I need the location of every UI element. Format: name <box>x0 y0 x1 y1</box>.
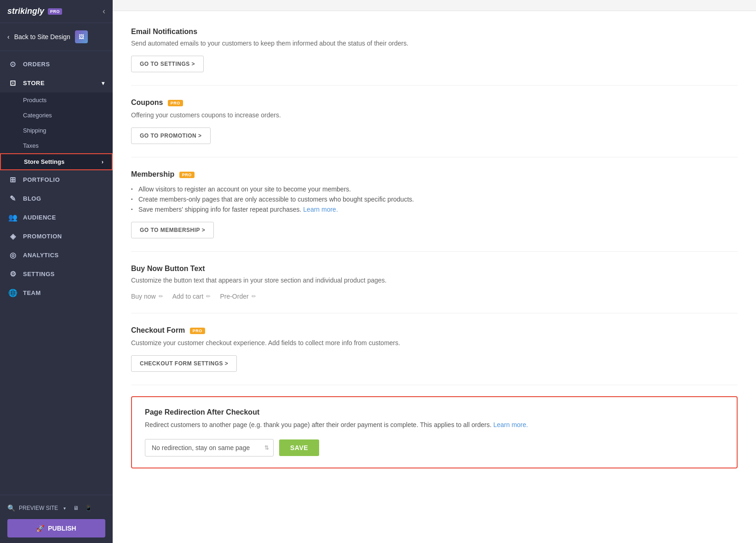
coupons-pro-badge: PRO <box>168 100 183 106</box>
coupons-section: Coupons PRO Offering your customers coup… <box>131 86 738 157</box>
redirection-controls: No redirection, stay on same page Redire… <box>145 439 724 456</box>
buy-now-label-1: Buy now <box>131 293 156 300</box>
rocket-icon: 🚀 <box>36 525 44 532</box>
brand-name: strikingly <box>7 6 44 16</box>
sidebar-item-products[interactable]: Products <box>0 92 113 108</box>
sidebar-logo: strikingly PRO <box>7 6 62 16</box>
top-overflow-area <box>113 0 756 11</box>
publish-label: PUBLISH <box>48 525 76 532</box>
portfolio-icon: ⊞ <box>8 175 17 184</box>
buy-now-option-3[interactable]: Pre-Order ✏ <box>220 293 256 300</box>
go-to-promotion-button[interactable]: GO TO PROMOTION > <box>131 127 211 144</box>
buy-now-label-3: Pre-Order <box>220 293 248 300</box>
sidebar-item-label-orders: ORDERS <box>23 61 50 68</box>
store-icon: ⊡ <box>8 79 17 87</box>
coupons-desc: Offering your customers coupons to incre… <box>131 110 738 120</box>
chevron-right-icon: › <box>102 158 103 165</box>
chevron-down-icon: ▾ <box>102 80 105 87</box>
sidebar-item-label-team: TEAM <box>23 289 41 296</box>
bullet-item-1: Allow visitors to register an account on… <box>131 184 738 194</box>
store-settings-label: Store Settings <box>24 158 64 165</box>
membership-pro-badge: PRO <box>179 172 195 178</box>
sidebar-nav: ⊙ ORDERS ⊡ STORE ▾ Products Categories S… <box>0 51 113 495</box>
sidebar-item-label-store: STORE <box>23 80 45 87</box>
publish-button[interactable]: 🚀 PUBLISH <box>7 519 105 537</box>
sidebar-item-store-settings[interactable]: Store Settings › <box>0 153 113 170</box>
sidebar-item-settings[interactable]: ⚙ SETTINGS <box>0 265 113 283</box>
redirection-select-wrapper: No redirection, stay on same page Redire… <box>145 439 274 456</box>
membership-section: Membership PRO Allow visitors to registe… <box>131 157 738 252</box>
store-sub-nav: Products Categories Shipping Taxes Store… <box>0 92 113 170</box>
membership-bullets: Allow visitors to register an account on… <box>131 184 738 214</box>
redirection-select[interactable]: No redirection, stay on same page Redire… <box>145 439 274 456</box>
sidebar-item-store[interactable]: ⊡ STORE ▾ <box>0 74 113 92</box>
audience-icon: 👥 <box>8 213 17 222</box>
blog-icon: ✎ <box>8 194 17 203</box>
analytics-icon: ◎ <box>8 251 17 260</box>
email-notifications-title: Email Notifications <box>131 28 738 36</box>
sidebar-item-blog[interactable]: ✎ BLOG <box>0 189 113 208</box>
checkout-form-title: Checkout Form PRO <box>131 326 738 335</box>
sidebar-item-promotion[interactable]: ◈ PROMOTION <box>0 227 113 246</box>
sidebar-item-label-audience: AUDIENCE <box>23 214 56 221</box>
pro-badge: PRO <box>48 8 62 15</box>
email-notifications-section: Email Notifications Send automated email… <box>131 15 738 86</box>
sidebar: strikingly PRO ‹ ‹ Back to Site Design 🖼… <box>0 0 113 543</box>
site-icon: 🖼 <box>75 30 88 43</box>
membership-learn-more-link[interactable]: Learn more. <box>303 206 338 213</box>
sidebar-item-label-promotion: PROMOTION <box>23 233 62 240</box>
back-to-site-link[interactable]: ‹ Back to Site Design 🖼 <box>0 23 113 51</box>
checkout-form-desc: Customize your customer checkout experie… <box>131 338 738 348</box>
checkout-form-settings-button[interactable]: CHECKOUT FORM SETTINGS > <box>131 355 237 372</box>
sidebar-item-portfolio[interactable]: ⊞ PORTFOLIO <box>0 170 113 189</box>
sidebar-collapse-button[interactable]: ‹ <box>103 6 105 16</box>
edit-icon-2: ✏ <box>206 293 211 300</box>
sidebar-header: strikingly PRO ‹ <box>0 0 113 23</box>
go-to-membership-button[interactable]: GO TO MEMBERSHIP > <box>131 222 214 238</box>
go-to-settings-button[interactable]: GO TO SETTINGS > <box>131 56 204 72</box>
sidebar-item-analytics[interactable]: ◎ ANALYTICS <box>0 246 113 265</box>
sidebar-bottom: 🔍 PREVIEW SITE ▾ 🖥 📱 🚀 PUBLISH <box>0 495 113 543</box>
save-button[interactable]: SAVE <box>279 439 319 456</box>
main-content: Email Notifications Send automated email… <box>113 0 756 543</box>
checkout-form-section: Checkout Form PRO Customize your custome… <box>131 313 738 385</box>
sidebar-item-orders[interactable]: ⊙ ORDERS <box>0 55 113 74</box>
buy-now-desc: Customize the button text that appears i… <box>131 276 738 285</box>
sidebar-item-audience[interactable]: 👥 AUDIENCE <box>0 208 113 227</box>
sections-container: Email Notifications Send automated email… <box>131 11 738 468</box>
sidebar-item-categories[interactable]: Categories <box>0 108 113 123</box>
sidebar-item-label-portfolio: PORTFOLIO <box>23 176 60 183</box>
monitor-icon: 🖥 <box>73 505 79 511</box>
sidebar-item-label-settings: SETTINGS <box>23 271 55 277</box>
sidebar-item-team[interactable]: 🌐 TEAM <box>0 283 113 302</box>
sidebar-item-label-analytics: ANALYTICS <box>23 252 59 259</box>
redirection-learn-more-link[interactable]: Learn more. <box>493 421 528 428</box>
mobile-icon: 📱 <box>85 505 92 511</box>
sidebar-item-shipping[interactable]: Shipping <box>0 123 113 138</box>
buy-now-title: Buy Now Button Text <box>131 265 738 273</box>
sidebar-item-label-blog: BLOG <box>23 195 41 202</box>
edit-icon-3: ✏ <box>252 293 256 300</box>
team-icon: 🌐 <box>8 289 17 297</box>
buy-now-option-1[interactable]: Buy now ✏ <box>131 293 163 300</box>
redirection-title: Page Redirection After Checkout <box>145 408 724 416</box>
promotion-icon: ◈ <box>8 232 17 241</box>
buy-now-section: Buy Now Button Text Customize the button… <box>131 252 738 313</box>
coupons-title: Coupons PRO <box>131 98 738 107</box>
buy-now-option-2[interactable]: Add to cart ✏ <box>172 293 211 300</box>
checkout-form-pro-badge: PRO <box>190 328 205 334</box>
settings-icon: ⚙ <box>8 270 17 278</box>
edit-icon-1: ✏ <box>159 293 163 300</box>
preview-dropdown-icon: ▾ <box>63 506 66 511</box>
back-to-site-label: Back to Site Design <box>14 33 70 40</box>
email-notifications-desc: Send automated emails to your customers … <box>131 39 738 48</box>
sidebar-item-taxes[interactable]: Taxes <box>0 138 113 153</box>
preview-site-link[interactable]: 🔍 PREVIEW SITE ▾ 🖥 📱 <box>7 501 105 515</box>
redirection-desc: Redirect customers to another page (e.g.… <box>145 420 724 430</box>
buy-now-options: Buy now ✏ Add to cart ✏ Pre-Order ✏ <box>131 293 738 300</box>
membership-title: Membership PRO <box>131 170 738 179</box>
buy-now-label-2: Add to cart <box>172 293 204 300</box>
orders-icon: ⊙ <box>8 60 17 69</box>
bullet-item-3: Save members' shipping info for faster r… <box>131 204 738 214</box>
preview-site-label: PREVIEW SITE <box>19 505 58 511</box>
